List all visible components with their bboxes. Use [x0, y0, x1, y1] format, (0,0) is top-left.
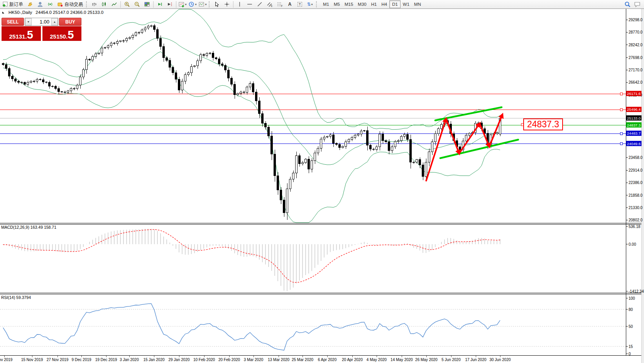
line-chart-type-icon[interactable] — [109, 0, 119, 8]
svg-text:22914.0: 22914.0 — [629, 168, 643, 172]
svg-text:21858.0: 21858.0 — [629, 193, 643, 198]
svg-text:15 Nov 2019: 15 Nov 2019 — [21, 358, 43, 362]
svg-text:3 Jan 2020: 3 Jan 2020 — [120, 358, 139, 362]
timeframe-M30[interactable]: M30 — [355, 1, 368, 8]
new-order-button[interactable]: 新订单 — [0, 0, 25, 8]
svg-text:13 Mar 2020: 13 Mar 2020 — [268, 358, 290, 362]
equidistant-channel-tool[interactable]: E — [265, 0, 275, 8]
timeframe-H1[interactable]: H1 — [369, 1, 379, 8]
cursor-tool[interactable] — [212, 0, 222, 8]
chart-header: HK50-,Daily 24454.0 25147.0 24366.0 2513… — [2, 10, 103, 15]
svg-text:4 May 2020: 4 May 2020 — [367, 358, 387, 362]
indicators-dropdown[interactable]: ▾ — [177, 0, 188, 8]
ohlc-values: 24454.0 25147.0 24366.0 25133.0 — [35, 10, 103, 15]
horizontal-line-tool[interactable] — [245, 0, 255, 8]
text-tool[interactable]: A — [285, 0, 295, 8]
date-axis[interactable]: Nov 201915 Nov 201927 Nov 20199 Dec 2019… — [0, 356, 511, 362]
toolbar-grip — [209, 1, 211, 7]
chevron-down-icon: ▾ — [185, 3, 186, 6]
timeframe-group: M1M5M15M30H1H4D1W1MN — [321, 0, 423, 8]
svg-text:80: 80 — [629, 307, 633, 312]
svg-text:23458.0: 23458.0 — [629, 155, 643, 160]
auto-trading-icon — [57, 1, 63, 7]
svg-text:24837.3: 24837.3 — [627, 123, 641, 127]
svg-text:5 Jun 2020: 5 Jun 2020 — [441, 358, 461, 362]
svg-text:0: 0 — [629, 352, 631, 356]
toolbar-separator — [120, 1, 121, 8]
gold-icon[interactable] — [25, 0, 35, 8]
trendline-tool[interactable] — [255, 0, 265, 8]
macd-signal-line — [3, 230, 500, 282]
svg-text:27 Nov 2019: 27 Nov 2019 — [47, 358, 69, 362]
rsi-label: RSI(14) 59.3794 — [1, 295, 31, 300]
volume-stepper: ▼ 1.00 ▲ — [25, 18, 58, 26]
chart-shift-icon[interactable] — [165, 0, 175, 8]
vertical-line-tool[interactable] — [235, 0, 245, 8]
svg-text:26642.0: 26642.0 — [629, 80, 643, 84]
svg-text:14 May 2020: 14 May 2020 — [390, 358, 413, 362]
timeframe-W1[interactable]: W1 — [401, 1, 412, 8]
bar-chart-type-icon[interactable] — [89, 0, 99, 8]
search-icon[interactable] — [624, 1, 631, 8]
svg-text:26 May 2020: 26 May 2020 — [415, 358, 438, 362]
community-icon[interactable] — [35, 0, 45, 8]
chat-icon[interactable] — [634, 1, 641, 7]
svg-text:50: 50 — [629, 324, 633, 329]
signal-icon[interactable] — [45, 0, 55, 8]
svg-text:24837.3: 24837.3 — [527, 119, 559, 129]
timeframe-D1[interactable]: D1 — [389, 0, 401, 8]
svg-text:17 Jun 2020: 17 Jun 2020 — [465, 358, 486, 362]
auto-scroll-icon[interactable] — [155, 0, 165, 8]
tile-windows-icon[interactable] — [142, 0, 152, 8]
sell-button[interactable]: SELL — [2, 18, 24, 26]
chevron-down-icon: ▾ — [205, 3, 206, 6]
arrows-tool[interactable]: ⇅▾ — [305, 0, 315, 8]
volume-increase-button[interactable]: ▲ — [51, 18, 58, 25]
auto-trading-button[interactable]: 自动交易 — [55, 0, 85, 8]
volume-value[interactable]: 1.00 — [32, 18, 51, 25]
bollinger-bands — [3, 9, 500, 223]
svg-text:E: E — [271, 5, 273, 7]
text-label-tool[interactable]: T — [295, 0, 305, 8]
sell-price[interactable]: 25131.5 — [2, 26, 41, 41]
svg-text:15 Jan 2020: 15 Jan 2020 — [143, 358, 164, 362]
timeframe-M1[interactable]: M1 — [321, 1, 331, 8]
svg-text:29 Jan 2020: 29 Jan 2020 — [168, 358, 189, 362]
buy-button[interactable]: BUY — [59, 18, 81, 26]
svg-text:100: 100 — [629, 296, 635, 301]
toolbar-grip — [316, 1, 318, 7]
zoom-out-icon[interactable] — [132, 0, 142, 8]
svg-text:28770.0: 28770.0 — [629, 30, 643, 34]
toolbar-grip — [86, 1, 88, 7]
volume-decrease-button[interactable]: ▼ — [25, 18, 32, 25]
svg-text:F: F — [281, 5, 283, 7]
trend-channel-lower — [440, 140, 518, 158]
svg-text:25133.0: 25133.0 — [627, 116, 641, 120]
periods-dropdown[interactable]: ▾ — [188, 0, 198, 8]
svg-text:29298.0: 29298.0 — [629, 18, 643, 22]
pane-frame — [0, 8, 641, 356]
svg-text:27698.0: 27698.0 — [629, 56, 643, 60]
timeframe-MN[interactable]: MN — [412, 1, 423, 8]
one-click-trading-panel: SELL ▼ 1.00 ▲ BUY 25131.5 25150.5 — [2, 18, 81, 41]
zoom-in-icon[interactable] — [122, 0, 132, 8]
crosshair-tool[interactable] — [222, 0, 232, 8]
symbol-marker-icon — [2, 12, 4, 14]
svg-text:20 Apr 2020: 20 Apr 2020 — [342, 358, 363, 362]
svg-text:10 Feb 2020: 10 Feb 2020 — [193, 358, 215, 362]
macd-pane — [3, 229, 500, 291]
auto-trading-label: 自动交易 — [64, 1, 83, 8]
timeframe-M15[interactable]: M15 — [342, 1, 355, 8]
fibonacci-tool[interactable]: F — [275, 0, 285, 8]
buy-price[interactable]: 25150.5 — [42, 26, 82, 41]
svg-text:30 Jun 2020: 30 Jun 2020 — [489, 358, 510, 362]
svg-text:19 Dec 2019: 19 Dec 2019 — [95, 358, 117, 362]
svg-text:24049.6: 24049.6 — [627, 142, 641, 146]
templates-dropdown[interactable]: ▾ — [198, 0, 208, 8]
timeframe-M5[interactable]: M5 — [331, 1, 342, 8]
macd-label: MACD(12,26,9) 163.49 158.71 — [1, 225, 56, 230]
svg-text:25496.4: 25496.4 — [627, 107, 641, 111]
candlestick-type-icon[interactable] — [99, 0, 109, 8]
price-chart[interactable]: 29298.028770.028242.027698.027170.026642… — [0, 0, 644, 363]
timeframe-H4[interactable]: H4 — [379, 1, 389, 8]
